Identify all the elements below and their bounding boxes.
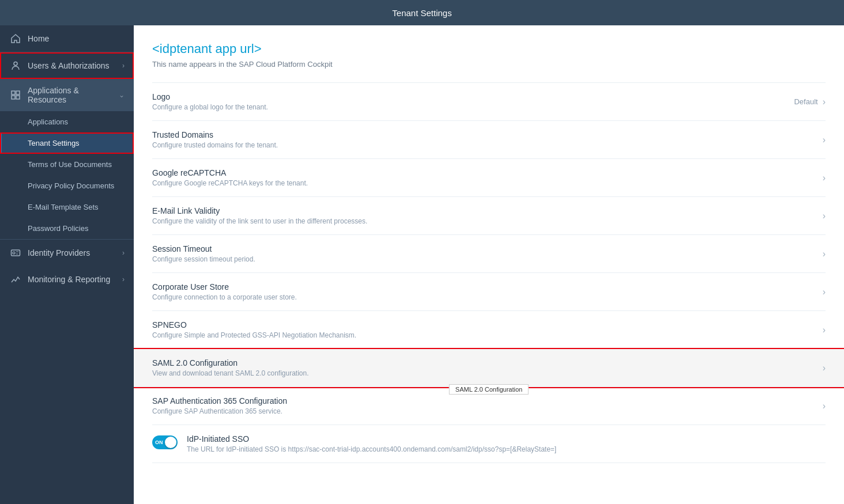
settings-item-right: › (823, 249, 826, 259)
sidebar-item-apps-resources[interactable]: Applications & Resources ⌄ (0, 79, 134, 111)
sidebar-apps-resources-label: Applications & Resources (28, 86, 119, 104)
settings-item-title: Logo (152, 92, 794, 101)
toggle-switch[interactable]: ON (152, 435, 178, 449)
content-title: <idptenant app url> (152, 41, 826, 56)
settings-item-desc: Configure connection to a corporate user… (152, 293, 823, 301)
chevron-right-icon: › (122, 62, 125, 70)
sidebar-item-home[interactable]: Home (0, 25, 134, 52)
sidebar-item-identity-providers[interactable]: Identity Providers › (0, 239, 134, 266)
sub-item-label: Password Policies (28, 224, 89, 233)
grid-icon (9, 89, 22, 101)
sidebar-sub-item-applications[interactable]: Applications (0, 111, 134, 132)
settings-item-title: E-Mail Link Validity (152, 206, 823, 215)
settings-item-title: SAML 2.0 Configuration (152, 358, 823, 367)
settings-item-content: Google reCAPTCHA Configure Google reCAPT… (152, 168, 823, 187)
chevron-right-icon: › (823, 173, 826, 183)
svg-rect-2 (16, 91, 20, 94)
main-layout: Home Users & Authorizations › (0, 25, 844, 504)
settings-item-right: › (823, 363, 826, 373)
settings-item-email-link-validity[interactable]: E-Mail Link Validity Configure the valid… (152, 197, 826, 235)
settings-item-content: Trusted Domains Configure trusted domain… (152, 130, 823, 149)
svg-rect-3 (12, 96, 15, 99)
settings-item-default-text: Default (794, 97, 817, 106)
settings-item-desc: The URL for IdP-initiated SSO is https:/… (187, 445, 826, 453)
chevron-right-icon: › (823, 401, 826, 411)
settings-item-content: E-Mail Link Validity Configure the valid… (152, 206, 823, 225)
chevron-right-icon: › (823, 287, 826, 297)
top-header: Tenant Settings (0, 0, 844, 25)
sidebar-sub-item-tenant-settings[interactable]: Tenant Settings (0, 132, 134, 154)
chevron-right-icon: › (823, 135, 826, 145)
sidebar-identity-providers-label: Identity Providers (28, 248, 90, 257)
settings-item-idp-initiated-sso[interactable]: ON IdP-Initiated SSO The URL for IdP-ini… (152, 425, 826, 463)
sidebar-monitoring-label: Monitoring & Reporting (28, 275, 110, 284)
chevron-right-icon: › (122, 249, 125, 257)
toggle-on-label: ON (155, 439, 163, 445)
svg-rect-4 (16, 96, 20, 99)
sidebar-sub-item-email-templates[interactable]: E-Mail Template Sets (0, 196, 134, 218)
sidebar: Home Users & Authorizations › (0, 25, 134, 504)
toggle-knob (165, 437, 176, 448)
sidebar-item-users-auth[interactable]: Users & Authorizations › (0, 52, 134, 79)
content-area: <idptenant app url> This name appears in… (134, 25, 844, 504)
sidebar-sub-item-terms-of-use[interactable]: Terms of Use Documents (0, 154, 134, 175)
settings-item-right: › (823, 211, 826, 221)
sidebar-home-label: Home (28, 34, 49, 43)
settings-item-title: IdP-Initiated SSO (187, 434, 826, 444)
toggle-container: ON (152, 434, 178, 449)
sidebar-sub-item-password-policies[interactable]: Password Policies (0, 218, 134, 239)
chevron-right-icon: › (823, 363, 826, 373)
chevron-down-icon: ⌄ (119, 91, 125, 99)
settings-item-desc: View and download tenant SAML 2.0 config… (152, 369, 823, 377)
chevron-right-icon: › (823, 325, 826, 335)
settings-item-session-timeout[interactable]: Session Timeout Configure session timeou… (152, 235, 826, 273)
svg-rect-1 (12, 91, 15, 94)
settings-item-content-logo: Logo Configure a global logo for the ten… (152, 92, 794, 111)
sub-item-label: E-Mail Template Sets (28, 203, 99, 211)
settings-item-desc: Configure SAP Authentication 365 service… (152, 407, 823, 415)
sidebar-users-auth-label: Users & Authorizations (28, 61, 110, 70)
sub-item-label: Privacy Policy Documents (28, 181, 114, 190)
sidebar-item-monitoring[interactable]: Monitoring & Reporting › (0, 266, 134, 293)
settings-item-content-saml: SAML 2.0 Configuration View and download… (152, 358, 823, 377)
settings-item-content: SAP Authentication 365 Configuration Con… (152, 396, 823, 415)
settings-item-title: SAP Authentication 365 Configuration (152, 396, 823, 406)
chevron-right-icon: › (823, 97, 826, 107)
sidebar-sub-item-privacy-policy[interactable]: Privacy Policy Documents (0, 175, 134, 196)
settings-item-right-logo: Default › (794, 97, 826, 107)
chevron-right-icon: › (122, 275, 125, 283)
content-subtitle: This name appears in the SAP Cloud Platf… (152, 60, 826, 69)
svg-point-0 (14, 62, 17, 66)
settings-list: Logo Configure a global logo for the ten… (134, 73, 844, 472)
settings-item-trusted-domains[interactable]: Trusted Domains Configure trusted domain… (152, 121, 826, 159)
settings-item-desc: Configure the validity of the link sent … (152, 217, 823, 225)
settings-item-corporate-user-store[interactable]: Corporate User Store Configure connectio… (152, 273, 826, 311)
settings-item-recaptcha[interactable]: Google reCAPTCHA Configure Google reCAPT… (152, 159, 826, 197)
settings-item-desc: Configure session timeout period. (152, 255, 823, 263)
settings-item-spnego[interactable]: SPNEGO Configure Simple and Protected GS… (152, 311, 826, 349)
settings-item-desc: Configure a global logo for the tenant. (152, 103, 794, 111)
settings-item-saml-config[interactable]: SAML 2.0 Configuration View and download… (134, 349, 844, 387)
sub-item-label: Applications (28, 118, 68, 126)
settings-item-content: SPNEGO Configure Simple and Protected GS… (152, 320, 823, 339)
settings-item-desc: Configure trusted domains for the tenant… (152, 141, 823, 149)
settings-item-title: Corporate User Store (152, 282, 823, 291)
settings-item-title: Session Timeout (152, 244, 823, 253)
id-card-icon (9, 247, 22, 259)
settings-item-title: SPNEGO (152, 320, 823, 329)
header-title: Tenant Settings (392, 8, 451, 18)
chevron-right-icon: › (823, 249, 826, 259)
content-header: <idptenant app url> This name appears in… (134, 25, 844, 73)
settings-item-right: › (823, 325, 826, 335)
svg-point-6 (13, 252, 15, 254)
sub-item-label: Terms of Use Documents (28, 160, 112, 169)
chart-icon (9, 273, 22, 286)
settings-item-right: › (823, 173, 826, 183)
chevron-right-icon: › (823, 211, 826, 221)
settings-item-right: › (823, 287, 826, 297)
person-icon (9, 59, 22, 72)
settings-item-desc: Configure Simple and Protected GSS-API N… (152, 331, 823, 339)
settings-item-logo[interactable]: Logo Configure a global logo for the ten… (152, 82, 826, 121)
saml-tooltip: SAML 2.0 Configuration (449, 384, 529, 395)
home-icon (9, 32, 22, 45)
